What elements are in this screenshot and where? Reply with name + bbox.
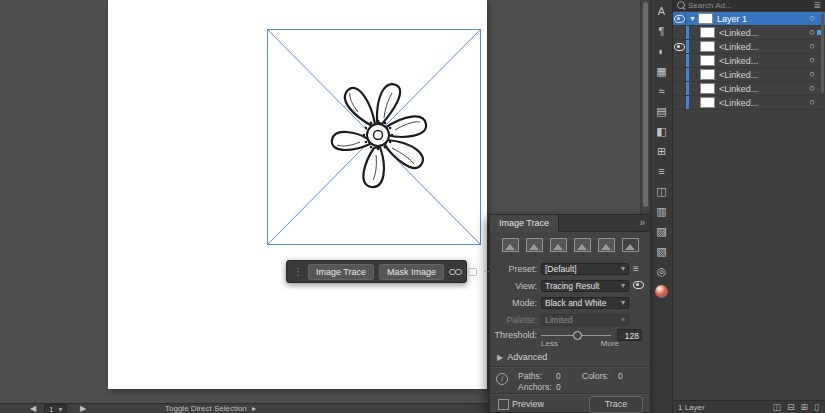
preset-grayscale-icon[interactable]: [574, 238, 591, 252]
character-panel-icon[interactable]: A: [654, 5, 670, 17]
new-layer-icon[interactable]: ⊞: [801, 402, 809, 412]
pathfinder-panel-icon[interactable]: ◫: [654, 185, 670, 197]
trace-preset-icon-row: [490, 238, 650, 252]
target-icon[interactable]: ○: [810, 97, 815, 107]
colors-label: Colors:: [582, 371, 609, 381]
clipping-mask-icon[interactable]: ◫: [772, 402, 781, 412]
layer-name[interactable]: <Linked...: [719, 28, 758, 38]
palette-row: Palette: Limited ▾: [490, 313, 650, 326]
preset-auto-color-icon[interactable]: [502, 238, 519, 252]
new-sublayer-icon[interactable]: ⊟: [787, 402, 795, 412]
layer-name[interactable]: <Linked...: [719, 98, 758, 108]
gradient-panel-icon[interactable]: ◐: [654, 45, 670, 57]
layer-name[interactable]: <Linked...: [719, 84, 758, 94]
preset-select[interactable]: [Default] ▾: [541, 263, 629, 275]
preview-checkbox[interactable]: [498, 399, 509, 410]
transform-panel-icon[interactable]: ⊞: [654, 145, 670, 157]
layer-row-linked-4[interactable]: <Linked... ○: [673, 68, 825, 82]
placed-flower-image[interactable]: [292, 60, 462, 210]
search-bar[interactable]: Search Ad... ≣: [673, 0, 825, 11]
layer-row-linked-2[interactable]: <Linked... ○: [673, 40, 825, 54]
layer-thumbnail: [698, 13, 713, 24]
visibility-toggle[interactable]: [673, 26, 686, 39]
layer-thumbnail: [700, 27, 715, 38]
collapse-panel-icon[interactable]: »: [639, 217, 645, 228]
layer-row-linked-3[interactable]: <Linked... ○: [673, 54, 825, 68]
preset-low-color-icon[interactable]: [550, 238, 567, 252]
transparency-panel-icon[interactable]: ▦: [654, 65, 670, 77]
threshold-value-field[interactable]: 128: [617, 329, 642, 341]
target-icon[interactable]: ○: [810, 41, 815, 51]
caret-down-icon: ▾: [621, 264, 625, 273]
visibility-toggle[interactable]: [673, 40, 686, 53]
palette-label: Palette:: [490, 315, 537, 325]
visibility-toggle[interactable]: [673, 96, 686, 109]
target-icon[interactable]: ○: [810, 55, 815, 65]
search-input[interactable]: Search Ad...: [688, 1, 810, 10]
artboards-panel-icon[interactable]: ▥: [654, 205, 670, 217]
next-artboard-icon[interactable]: ▶: [80, 404, 86, 413]
image-trace-tab[interactable]: Image Trace: [490, 215, 559, 232]
color-guide-panel-icon[interactable]: ◎: [654, 265, 670, 277]
layer-row-linked-6[interactable]: <Linked... ○: [673, 96, 825, 110]
visibility-toggle[interactable]: [673, 12, 686, 25]
color-panel-icon[interactable]: [655, 285, 668, 298]
artboard-number: 1: [49, 405, 53, 413]
mode-row: Mode: Black and White ▾: [490, 296, 650, 309]
crop-image-icon[interactable]: [467, 267, 478, 277]
preset-black-white-icon[interactable]: [598, 238, 615, 252]
layer-row-linked-5[interactable]: <Linked... ○: [673, 82, 825, 96]
search-menu-icon[interactable]: ≣: [813, 0, 821, 10]
advanced-expander[interactable]: ▶Advanced: [497, 352, 547, 362]
mask-image-button[interactable]: Mask Image: [379, 264, 444, 280]
layer-thumbnail: [700, 97, 715, 108]
libraries-panel-icon[interactable]: ▧: [654, 245, 670, 257]
layer-thumbnail: [700, 69, 715, 80]
layer-name[interactable]: <Linked...: [719, 42, 758, 52]
delete-layer-icon[interactable]: ▯: [814, 402, 819, 412]
target-icon[interactable]: ○: [810, 13, 815, 23]
layers-scrollbar-thumb[interactable]: [821, 13, 824, 93]
target-icon[interactable]: ○: [810, 27, 815, 37]
divider: [490, 393, 650, 395]
visibility-toggle[interactable]: [673, 68, 686, 81]
caret-down-icon: ▾: [58, 405, 62, 413]
target-icon[interactable]: ○: [810, 69, 815, 79]
graphic-styles-panel-icon[interactable]: ◧: [654, 125, 670, 137]
preset-outline-icon[interactable]: [622, 238, 639, 252]
flower-drawing: [292, 60, 462, 210]
status-menu-icon[interactable]: ▸: [252, 404, 256, 413]
scrollbar-thumb[interactable]: [643, 2, 648, 207]
preset-high-color-icon[interactable]: [526, 238, 543, 252]
image-trace-button[interactable]: Image Trace: [308, 264, 374, 280]
layer-thumbnail: [700, 55, 715, 66]
paragraph-panel-icon[interactable]: ¶: [654, 25, 670, 37]
appearance-panel-icon[interactable]: ▤: [654, 105, 670, 117]
target-icon[interactable]: ○: [810, 83, 815, 93]
preset-menu-icon[interactable]: ≡: [633, 264, 639, 274]
trace-button[interactable]: Trace: [589, 396, 643, 413]
layer-name[interactable]: <Linked...: [719, 56, 758, 66]
artboard-navigation-field[interactable]: 1 ▾: [44, 404, 67, 413]
info-icon: i: [496, 373, 508, 385]
prev-artboard-icon[interactable]: ◀: [30, 404, 36, 413]
layer-count-label: 1 Layer: [678, 403, 772, 412]
visibility-toggle[interactable]: [673, 54, 686, 67]
view-eye-icon[interactable]: [633, 281, 644, 291]
stroke-panel-icon[interactable]: ≈: [654, 85, 670, 97]
layer-row-linked-1[interactable]: <Linked... ○: [673, 26, 825, 40]
asset-export-panel-icon[interactable]: ▨: [654, 225, 670, 237]
link-icon[interactable]: [449, 267, 462, 277]
disclosure-down-icon[interactable]: ▼: [689, 15, 696, 22]
caret-down-icon: ▾: [621, 298, 625, 307]
layer-row-layer1[interactable]: ▼ Layer 1 ○: [673, 12, 825, 26]
layer-name[interactable]: Layer 1: [717, 14, 747, 24]
layer-name[interactable]: <Linked...: [719, 70, 758, 80]
anchors-value: 0: [556, 382, 561, 392]
mode-select[interactable]: Black and White ▾: [541, 297, 629, 309]
view-select[interactable]: Tracing Result ▾: [541, 280, 629, 292]
status-tool-label: Toggle Direct Selection: [165, 404, 247, 413]
align-panel-icon[interactable]: ≡: [654, 165, 670, 177]
visibility-toggle[interactable]: [673, 82, 686, 95]
drag-grip-icon[interactable]: ⋮: [293, 267, 303, 277]
